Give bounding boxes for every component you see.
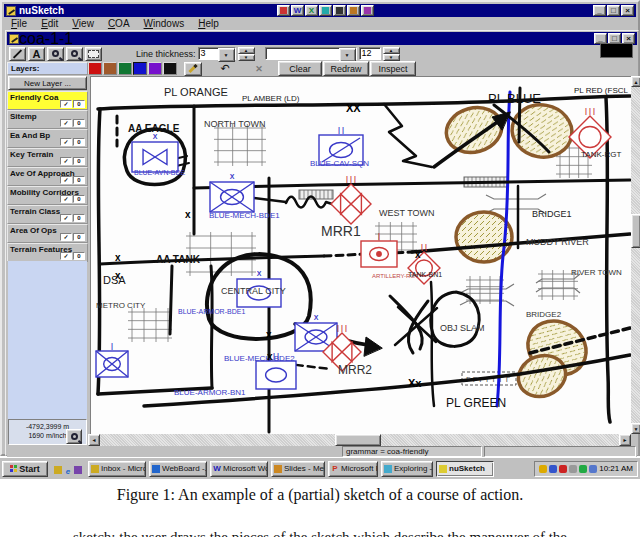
layer-order-field[interactable]: 0 bbox=[73, 176, 85, 184]
tray-status-icon[interactable] bbox=[549, 465, 557, 473]
layer-item-mobility-corridors[interactable]: Mobility Corridors✓0 bbox=[7, 186, 88, 205]
vertical-scrollbar[interactable]: ▲ ▼ bbox=[631, 76, 640, 434]
layer-order-field[interactable]: 0 bbox=[73, 195, 85, 203]
task-button-inbox-micro[interactable]: Inbox - Micro... bbox=[88, 461, 146, 477]
sketch-label: AA EAGLE bbox=[128, 123, 180, 134]
minimize-button[interactable]: _ bbox=[593, 5, 606, 16]
text-tool-button[interactable]: A bbox=[28, 47, 45, 61]
layer-visibility-toggle[interactable]: ✓ bbox=[60, 138, 72, 146]
office-shortcut-icon[interactable] bbox=[277, 5, 290, 16]
vertical-scroll-thumb[interactable] bbox=[631, 214, 640, 248]
task-button-exploring-a[interactable]: Exploring - A... bbox=[381, 461, 433, 477]
menu-item-windows[interactable]: Windows bbox=[137, 18, 192, 29]
menu-item-coa[interactable]: COA bbox=[101, 18, 137, 29]
layer-visibility-toggle[interactable]: ✓ bbox=[60, 119, 72, 127]
chevron-down-icon[interactable]: ▼ bbox=[339, 48, 356, 62]
maximize-button[interactable]: □ bbox=[607, 5, 620, 16]
sketch-label: BLUE-ARMOR-BN1 bbox=[174, 388, 246, 397]
horizontal-scrollbar[interactable]: ◄ ► bbox=[88, 434, 631, 446]
layer-item-friendly-coa[interactable]: Friendly Coa✓0 bbox=[7, 91, 88, 110]
layer-item-terrain-class[interactable]: Terrain Class✓0 bbox=[7, 205, 88, 224]
pen-button[interactable] bbox=[184, 62, 202, 76]
office-shortcut-icon[interactable] bbox=[361, 5, 374, 16]
menu-item-file[interactable]: File bbox=[4, 18, 34, 29]
task-button-microsoft-wo[interactable]: WMicrosoft Wo... bbox=[210, 461, 268, 477]
office-shortcut-icon[interactable] bbox=[333, 5, 346, 16]
layer-item-sitemp[interactable]: Sitemp✓0 bbox=[7, 110, 88, 129]
layer-visibility-toggle[interactable]: ✓ bbox=[60, 157, 72, 165]
grammar-status: grammar = coa-friendly bbox=[342, 446, 482, 457]
line-thickness-spinner[interactable]: ▲▼ bbox=[238, 47, 249, 60]
zoom-out-button[interactable] bbox=[66, 47, 83, 61]
layer-visibility-toggle[interactable]: ✓ bbox=[60, 100, 72, 108]
layer-item-terrain-features[interactable]: Terrain Features✓0 bbox=[7, 243, 88, 262]
tray-status-icon[interactable] bbox=[579, 465, 587, 473]
redraw-button[interactable]: Redraw bbox=[323, 61, 369, 76]
task-button-microsoft-po[interactable]: PMicrosoft Po... bbox=[328, 461, 378, 477]
sketch-canvas[interactable]: Γ Γ Γ Γ Γ Γ ΓX| |XXX| ||| | || | || | ||… bbox=[90, 76, 631, 434]
scroll-down-icon[interactable]: ▼ bbox=[631, 423, 640, 434]
line-tool-button[interactable] bbox=[9, 47, 26, 61]
color-swatch[interactable] bbox=[148, 62, 162, 75]
zoom-button[interactable] bbox=[66, 429, 82, 444]
line-thickness-select[interactable]: 3 ▼ bbox=[198, 47, 236, 60]
clear-button[interactable]: Clear bbox=[278, 61, 322, 76]
document-titlebar[interactable]: coa-1-1 _□× bbox=[7, 32, 637, 45]
task-button-webboard[interactable]: WebBoard -... bbox=[149, 461, 207, 477]
layer-order-field[interactable]: 0 bbox=[73, 157, 85, 165]
layer-order-field[interactable]: 0 bbox=[73, 214, 85, 222]
layer-order-field[interactable]: 0 bbox=[73, 100, 85, 108]
color-swatch[interactable] bbox=[118, 62, 132, 75]
layer-visibility-toggle[interactable]: ✓ bbox=[60, 214, 72, 222]
tray-status-icon[interactable] bbox=[589, 465, 597, 473]
layer-visibility-toggle[interactable]: ✓ bbox=[60, 176, 72, 184]
undo-button[interactable]: ↶ bbox=[216, 62, 234, 76]
scroll-left-icon[interactable]: ◄ bbox=[88, 434, 100, 446]
tray-status-icon[interactable] bbox=[559, 465, 567, 473]
layer-item-ea-and-bp[interactable]: Ea And Bp✓0 bbox=[7, 129, 88, 148]
zoom-in-button[interactable] bbox=[47, 47, 64, 61]
layer-item-ave-of-approach[interactable]: Ave Of Approach✓0 bbox=[7, 167, 88, 186]
layer-order-field[interactable]: 0 bbox=[73, 233, 85, 241]
tray-status-icon[interactable] bbox=[539, 465, 547, 473]
horizontal-scroll-thumb[interactable] bbox=[335, 434, 381, 446]
color-swatch[interactable] bbox=[163, 62, 177, 75]
layer-item-area-of-ops[interactable]: Area Of Ops✓0 bbox=[7, 224, 88, 243]
new-layer-button[interactable]: New Layer ... bbox=[8, 76, 87, 90]
tray-status-icon[interactable] bbox=[569, 465, 577, 473]
scroll-up-icon[interactable]: ▲ bbox=[631, 76, 640, 87]
task-button-slides-mess[interactable]: Slides - Mess... bbox=[271, 461, 325, 477]
select-rect-tool-button[interactable] bbox=[85, 47, 102, 61]
color-swatch[interactable] bbox=[88, 62, 102, 75]
layer-visibility-toggle[interactable]: ✓ bbox=[60, 195, 72, 203]
main-titlebar[interactable]: nuSketch WX _□× bbox=[4, 4, 636, 17]
layer-order-field[interactable]: 0 bbox=[73, 252, 85, 260]
menu-item-view[interactable]: View bbox=[65, 18, 101, 29]
font-select[interactable]: ▼ bbox=[265, 47, 357, 60]
layer-visibility-toggle[interactable]: ✓ bbox=[60, 233, 72, 241]
office-shortcut-icon[interactable] bbox=[319, 5, 332, 16]
quick-launch-icon[interactable]: e bbox=[64, 460, 72, 478]
layer-order-field[interactable]: 0 bbox=[73, 119, 85, 127]
chevron-down-icon[interactable]: ▼ bbox=[218, 48, 235, 62]
task-button-nusketch[interactable]: nuSketch bbox=[436, 461, 494, 477]
office-shortcut-icon[interactable] bbox=[347, 5, 360, 16]
color-swatch[interactable] bbox=[103, 62, 117, 75]
office-shortcut-icon[interactable]: W bbox=[291, 5, 304, 16]
font-size-spinner[interactable]: ▲▼ bbox=[383, 47, 394, 60]
menu-item-edit[interactable]: Edit bbox=[34, 18, 65, 29]
menu-item-help[interactable]: Help bbox=[191, 18, 226, 29]
scroll-right-icon[interactable]: ► bbox=[619, 434, 631, 446]
quick-launch-icon[interactable] bbox=[74, 460, 82, 478]
office-shortcut-icon[interactable]: X bbox=[305, 5, 318, 16]
layer-order-field[interactable]: 0 bbox=[73, 138, 85, 146]
inspect-button[interactable]: Inspect bbox=[370, 61, 416, 76]
quick-launch-icon[interactable] bbox=[54, 460, 62, 478]
close-button[interactable]: × bbox=[621, 5, 634, 16]
start-button[interactable]: Start bbox=[2, 461, 48, 477]
layer-item-key-terrain[interactable]: Key Terrain✓0 bbox=[7, 148, 88, 167]
color-swatch[interactable] bbox=[133, 62, 147, 75]
font-size-field[interactable]: 12 bbox=[359, 47, 381, 60]
delete-button[interactable]: ✕ bbox=[250, 62, 268, 76]
layer-visibility-toggle[interactable]: ✓ bbox=[60, 252, 72, 260]
